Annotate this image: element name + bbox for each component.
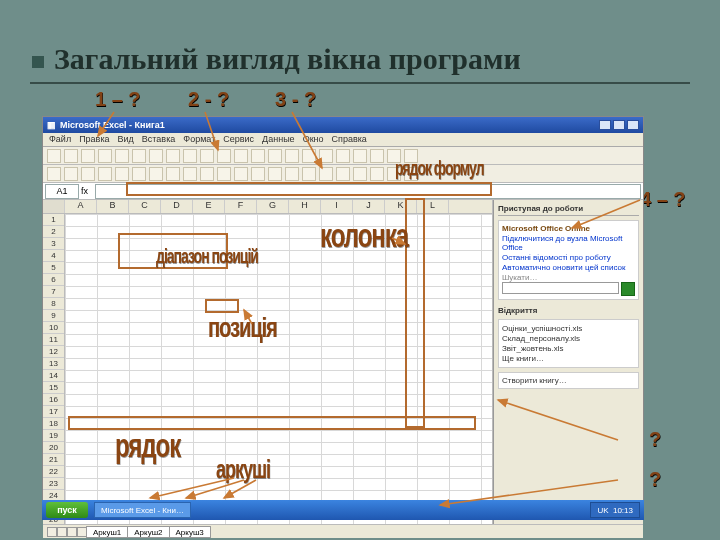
row-header[interactable]: 20 — [43, 442, 64, 454]
toolbar-button[interactable] — [217, 167, 231, 181]
column-header[interactable]: E — [193, 200, 225, 213]
taskpane-link[interactable]: Останні відомості про роботу — [502, 253, 635, 262]
row-header[interactable]: 8 — [43, 298, 64, 310]
column-header[interactable] — [43, 200, 65, 213]
taskpane-link[interactable]: Підключитися до вузла Microsoft Office — [502, 234, 635, 252]
toolbar-button[interactable] — [115, 149, 129, 163]
toolbar-button[interactable] — [319, 167, 333, 181]
search-input[interactable] — [502, 282, 619, 294]
toolbar-button[interactable] — [251, 149, 265, 163]
toolbar-button[interactable] — [302, 149, 316, 163]
row-header[interactable]: 7 — [43, 286, 64, 298]
toolbar-button[interactable] — [200, 149, 214, 163]
sheet-tab[interactable]: Аркуш2 — [127, 526, 169, 538]
toolbar-button[interactable] — [64, 149, 78, 163]
row-header[interactable]: 5 — [43, 262, 64, 274]
start-button[interactable]: пуск — [46, 502, 88, 518]
toolbar-button[interactable] — [98, 149, 112, 163]
toolbar-button[interactable] — [336, 149, 350, 163]
close-button[interactable] — [627, 120, 639, 130]
toolbar-button[interactable] — [166, 167, 180, 181]
sheet-tab[interactable]: Аркуш3 — [169, 526, 211, 538]
row-header[interactable]: 15 — [43, 382, 64, 394]
recent-file[interactable]: Оцінки_успішності.xls — [502, 324, 635, 333]
menu-item[interactable]: Вставка — [142, 134, 175, 145]
menu-item[interactable]: Файл — [49, 134, 71, 145]
toolbar-button[interactable] — [370, 167, 384, 181]
toolbar-button[interactable] — [319, 149, 333, 163]
column-header[interactable]: H — [289, 200, 321, 213]
toolbar-button[interactable] — [285, 167, 299, 181]
row-header[interactable]: 6 — [43, 274, 64, 286]
maximize-button[interactable] — [613, 120, 625, 130]
row-header[interactable]: 13 — [43, 358, 64, 370]
column-header[interactable]: G — [257, 200, 289, 213]
toolbar-button[interactable] — [336, 167, 350, 181]
column-header[interactable]: B — [97, 200, 129, 213]
toolbar-button[interactable] — [132, 149, 146, 163]
column-header[interactable]: C — [129, 200, 161, 213]
row-header[interactable]: 4 — [43, 250, 64, 262]
toolbar-button[interactable] — [268, 167, 282, 181]
toolbar-button[interactable] — [200, 167, 214, 181]
row-header[interactable]: 9 — [43, 310, 64, 322]
menu-item[interactable]: Данные — [262, 134, 295, 145]
row-header[interactable]: 19 — [43, 430, 64, 442]
menu-item[interactable]: Правка — [79, 134, 109, 145]
row-headers[interactable]: 1234567891011121314151617181920212223242… — [43, 214, 65, 524]
row-header[interactable]: 17 — [43, 406, 64, 418]
toolbar-formatting[interactable] — [43, 165, 643, 183]
minimize-button[interactable] — [599, 120, 611, 130]
toolbar-button[interactable] — [47, 167, 61, 181]
sheet-tab-strip[interactable]: Аркуш1 Аркуш2 Аркуш3 — [43, 524, 643, 538]
menu-item[interactable]: Формат — [183, 134, 215, 145]
tab-next-icon[interactable] — [67, 527, 77, 537]
toolbar-standard[interactable] — [43, 147, 643, 165]
toolbar-button[interactable] — [370, 149, 384, 163]
row-header[interactable]: 2 — [43, 226, 64, 238]
sheet-tab[interactable]: Аркуш1 — [86, 526, 128, 538]
toolbar-button[interactable] — [234, 167, 248, 181]
column-header[interactable]: F — [225, 200, 257, 213]
toolbar-button[interactable] — [251, 167, 265, 181]
toolbar-button[interactable] — [166, 149, 180, 163]
toolbar-button[interactable] — [285, 149, 299, 163]
recent-file[interactable]: Звіт_жовтень.xls — [502, 344, 635, 353]
toolbar-button[interactable] — [81, 167, 95, 181]
menu-bar[interactable]: ФайлПравкаВидВставкаФорматСервисДанныеОк… — [43, 133, 643, 147]
menu-item[interactable]: Сервис — [223, 134, 254, 145]
toolbar-button[interactable] — [98, 167, 112, 181]
search-go-button[interactable] — [621, 282, 635, 296]
row-header[interactable]: 16 — [43, 394, 64, 406]
row-header[interactable]: 3 — [43, 238, 64, 250]
row-header[interactable]: 23 — [43, 478, 64, 490]
taskbar-app[interactable]: Microsoft Excel - Кни… — [94, 502, 191, 518]
tab-prev-icon[interactable] — [57, 527, 67, 537]
toolbar-button[interactable] — [353, 149, 367, 163]
menu-item[interactable]: Справка — [332, 134, 367, 145]
toolbar-button[interactable] — [183, 167, 197, 181]
toolbar-button[interactable] — [234, 149, 248, 163]
row-header[interactable]: 11 — [43, 334, 64, 346]
toolbar-button[interactable] — [149, 149, 163, 163]
column-header[interactable]: D — [161, 200, 193, 213]
menu-item[interactable]: Окно — [303, 134, 324, 145]
row-header[interactable]: 10 — [43, 322, 64, 334]
column-header[interactable]: I — [321, 200, 353, 213]
row-header[interactable]: 14 — [43, 370, 64, 382]
name-box[interactable]: A1 — [45, 184, 79, 199]
toolbar-button[interactable] — [353, 167, 367, 181]
toolbar-button[interactable] — [47, 149, 61, 163]
column-header[interactable]: J — [353, 200, 385, 213]
recent-file[interactable]: Ще книги… — [502, 354, 635, 363]
fx-button[interactable]: fx — [81, 186, 95, 196]
column-header[interactable]: A — [65, 200, 97, 213]
toolbar-button[interactable] — [149, 167, 163, 181]
menu-item[interactable]: Вид — [118, 134, 134, 145]
toolbar-button[interactable] — [115, 167, 129, 181]
taskpane-link[interactable]: Автоматично оновити цей список — [502, 263, 635, 272]
row-header[interactable]: 21 — [43, 454, 64, 466]
system-tray[interactable]: UK 10:13 — [590, 502, 640, 518]
row-header[interactable]: 18 — [43, 418, 64, 430]
recent-file[interactable]: Склад_персоналу.xls — [502, 334, 635, 343]
